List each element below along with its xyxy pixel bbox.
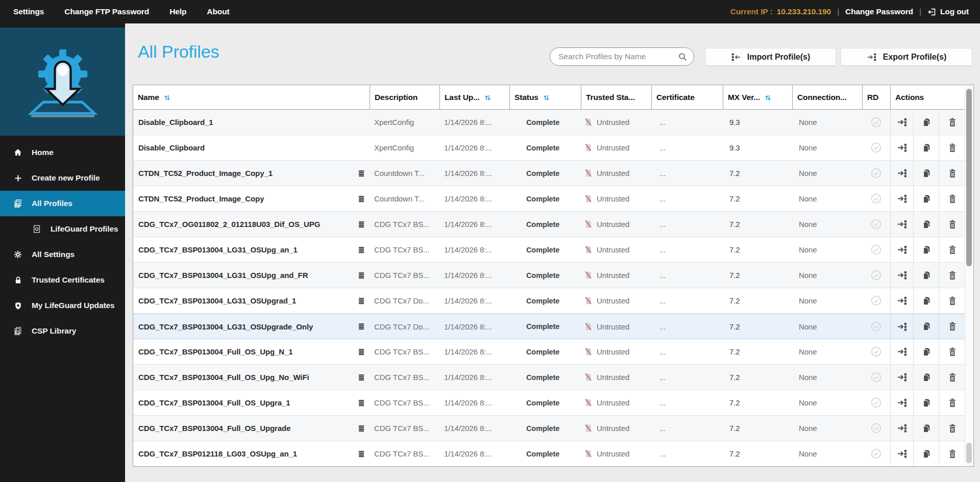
deploy-profile-button[interactable]	[890, 212, 913, 237]
logout-button[interactable]: Log out	[927, 7, 969, 16]
copy-profile-button[interactable]	[913, 161, 939, 186]
delete-profile-button[interactable]	[939, 416, 966, 441]
copy-profile-button[interactable]	[913, 339, 939, 364]
delete-profile-button[interactable]	[939, 161, 966, 186]
profile-certificate: ...	[651, 339, 723, 364]
sidebar-item-my-lifeguard-updates[interactable]: My LifeGuard Updates	[0, 293, 125, 318]
copy-profile-button[interactable]	[913, 237, 939, 262]
profile-description: XpertConfig	[370, 110, 439, 135]
table-row[interactable]: CDG_TCx7_BSP013004_LG31_OSUpg_an_1 CDG T…	[133, 237, 966, 263]
copy-profile-button[interactable]	[913, 186, 939, 211]
deploy-profile-button[interactable]	[890, 339, 913, 364]
vertical-scrollbar[interactable]	[965, 86, 973, 466]
delete-profile-button[interactable]	[939, 339, 966, 364]
profile-connection: None	[792, 441, 862, 466]
delete-profile-button[interactable]	[939, 441, 966, 466]
copy-profile-button[interactable]	[913, 135, 939, 160]
table-row[interactable]: CDG_TCx7_BSP013004_Full_OS_Upg_No_WiFi C…	[133, 365, 966, 390]
table-row[interactable]: CDG_TCx7_BSP012118_LG03_OSUpg_an_1 CDG T…	[133, 441, 966, 466]
column-header-description[interactable]: Description	[370, 85, 439, 109]
table-row[interactable]: Disable_Clipboard XpertConfig 1/14/2026 …	[133, 135, 966, 161]
table-row[interactable]: CDG_TCx7_BSP013004_LG31_OSUpgrad_1 CDG T…	[133, 288, 966, 314]
column-header-connection[interactable]: Connection...	[792, 85, 862, 109]
sidebar-nav: HomeCreate new ProfilePAll ProfilesLifeG…	[0, 140, 125, 344]
table-row[interactable]: CDG_TCx7_BSP013004_Full_OS_Upg_N_1 CDG T…	[133, 339, 966, 365]
table-row[interactable]: CDG_TCx7_BSP013004_Full_OS_Upgrade CDG T…	[133, 416, 966, 441]
copy-profile-button[interactable]	[913, 263, 939, 288]
sidebar-item-all-profiles[interactable]: PAll Profiles	[0, 191, 125, 216]
search-input[interactable]	[557, 52, 678, 62]
trash-icon	[948, 347, 957, 357]
table-row[interactable]: CDG_TCx7_BSP013004_LG31_OSUpg_and_FR CDG…	[133, 263, 966, 288]
deploy-profile-button[interactable]	[890, 390, 913, 415]
copy-profile-button[interactable]	[913, 314, 939, 339]
sort-icon[interactable]	[484, 94, 491, 101]
sort-icon[interactable]	[164, 94, 170, 101]
deploy-profile-button[interactable]	[890, 314, 913, 339]
export-profiles-button[interactable]: Export Profile(s)	[841, 48, 972, 66]
delete-profile-button[interactable]	[939, 237, 966, 262]
column-header-mx-version[interactable]: MX Ver...	[723, 85, 792, 109]
deploy-profile-button[interactable]	[890, 186, 913, 211]
deploy-profile-button[interactable]	[890, 441, 913, 466]
delete-profile-button[interactable]	[939, 365, 966, 390]
table-row[interactable]: CDG_TCx7_OG011802_2_012118U03_Dif_OS_UPG…	[133, 212, 966, 237]
deploy-profile-button[interactable]	[890, 263, 913, 288]
rd-check-circle-icon	[871, 346, 881, 357]
deploy-profile-button[interactable]	[890, 416, 913, 441]
copy-profile-button[interactable]	[913, 110, 939, 135]
delete-profile-button[interactable]	[939, 390, 966, 415]
package-stack-icon	[358, 221, 365, 228]
copy-profile-button[interactable]	[913, 416, 939, 441]
menu-help[interactable]: Help	[169, 7, 186, 16]
copy-profile-button[interactable]	[913, 441, 939, 466]
change-password-link[interactable]: Change Password	[845, 7, 913, 16]
delete-profile-button[interactable]	[939, 186, 966, 211]
copy-profile-button[interactable]	[913, 365, 939, 390]
deploy-profile-button[interactable]	[890, 135, 913, 160]
delete-profile-button[interactable]	[939, 110, 966, 135]
table-row[interactable]: CTDN_TC52_Product_Image_Copy Countdown T…	[133, 186, 966, 212]
sidebar-item-csp-library[interactable]: CCSP Library	[0, 318, 125, 344]
sort-icon[interactable]	[543, 94, 550, 101]
table-row[interactable]: CDG_TCx7_BSP013004_Full_OS_Upgra_1 CDG T…	[133, 390, 966, 416]
sidebar-item-home[interactable]: Home	[0, 140, 125, 165]
delete-profile-button[interactable]	[939, 212, 966, 237]
menu-about[interactable]: About	[207, 7, 229, 16]
deploy-profile-button[interactable]	[890, 288, 913, 313]
column-header-status[interactable]: Status	[509, 85, 581, 109]
column-header-name[interactable]: Name	[133, 85, 370, 109]
deploy-profile-button[interactable]	[890, 237, 913, 262]
delete-profile-button[interactable]	[939, 314, 966, 339]
export-icon	[867, 53, 877, 62]
delete-profile-button[interactable]	[939, 263, 966, 288]
table-row[interactable]: Disable_Clipboard_1 XpertConfig 1/14/202…	[133, 110, 966, 135]
delete-profile-button[interactable]	[939, 135, 966, 160]
sidebar-item-trusted-certificates[interactable]: Trusted Certificates	[0, 267, 125, 293]
profile-connection: None	[792, 390, 862, 415]
table-row[interactable]: CDG_TCx7_BSP013004_LG31_OSUpgrade_Only C…	[133, 314, 966, 339]
copy-profile-button[interactable]	[913, 390, 939, 415]
table-row[interactable]: CTDN_TC52_Product_Image_Copy_1 Countdown…	[133, 161, 966, 186]
menu-change-ftp-password[interactable]: Change FTP Password	[64, 7, 149, 16]
sidebar: HomeCreate new ProfilePAll ProfilesLifeG…	[0, 23, 125, 482]
column-header-rd[interactable]: RD	[862, 85, 890, 109]
import-profiles-button[interactable]: Import Profile(s)	[705, 48, 836, 66]
profile-status: Complete	[509, 186, 581, 211]
copy-profile-button[interactable]	[913, 288, 939, 313]
deploy-profile-button[interactable]	[890, 365, 913, 390]
column-header-certificate[interactable]: Certificate	[651, 85, 723, 109]
delete-profile-button[interactable]	[939, 288, 966, 313]
column-header-last-updated[interactable]: Last Up...	[439, 85, 509, 109]
deploy-profile-button[interactable]	[890, 110, 913, 135]
scrollbar-thumb[interactable]	[966, 89, 972, 266]
column-header-trusted-status[interactable]: Trusted Sta...	[581, 85, 651, 109]
deploy-profile-button[interactable]	[890, 161, 913, 186]
profile-name-cell: CDG_TCx7_BSP013004_Full_OS_Upg_No_WiFi	[133, 365, 370, 390]
sidebar-item-create-new-profile[interactable]: Create new Profile	[0, 165, 125, 191]
copy-profile-button[interactable]	[913, 212, 939, 237]
menu-settings[interactable]: Settings	[13, 7, 44, 16]
sidebar-item-lifeguard-profiles[interactable]: LifeGuard Profiles	[0, 216, 125, 242]
sort-icon[interactable]	[765, 94, 771, 101]
sidebar-item-all-settings[interactable]: All Settings	[0, 242, 125, 267]
